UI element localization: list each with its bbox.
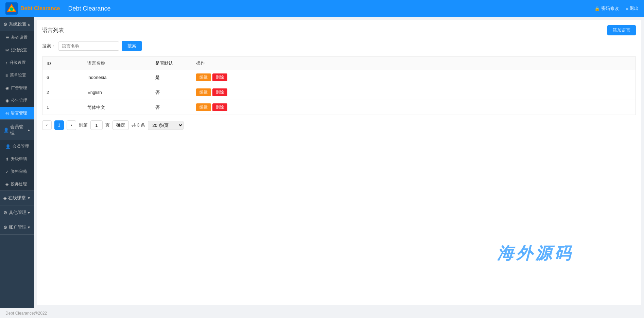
logout-label: 退出: [630, 5, 639, 12]
cell-name: English: [83, 85, 151, 100]
sidebar-item-upgrade-settings[interactable]: ↑ 升级设置: [0, 56, 34, 69]
sidebar-item-ad-management[interactable]: ◉ 广告管理: [0, 82, 34, 94]
search-bar: 搜索： 搜索: [42, 41, 636, 51]
cell-name: 简体中文: [83, 100, 151, 115]
page-title-text: 语言列表: [42, 27, 64, 34]
sidebar-item-language-management[interactable]: ◎ 语言管理: [0, 107, 34, 119]
sidebar-item-basic-settings[interactable]: ☰ 基础设置: [0, 31, 34, 44]
edit-button[interactable]: 编辑: [196, 103, 211, 111]
svg-point-3: [10, 7, 13, 11]
cell-default: 否: [151, 85, 192, 100]
col-name: 语言名称: [83, 57, 151, 70]
search-input[interactable]: [58, 41, 119, 51]
chevron-down-icon-account: ▼: [27, 225, 31, 229]
sidebar-group-account-label: ⚙ 账户管理: [3, 224, 27, 230]
sidebar-group-other: ⚙ 其他管理 ▼: [0, 205, 34, 220]
sidebar-group-system-label: ⚙ 系统设置: [3, 21, 27, 27]
logo: Debt Clearance: [5, 2, 60, 15]
logout-link[interactable]: ≡ 退出: [626, 5, 639, 12]
classroom-icon: ◈: [3, 196, 7, 201]
header-title: Debt Clearance: [68, 5, 595, 12]
total-label: 共 3 条: [132, 122, 145, 128]
header-right: 🔒 密码修改 ≡ 退出: [594, 5, 639, 12]
prev-page-button[interactable]: ‹: [42, 120, 52, 130]
page-label: 页: [105, 122, 110, 128]
sidebar-item-announcement-management[interactable]: ◉ 公告管理: [0, 94, 34, 107]
review-icon: ✓: [5, 169, 9, 174]
header: Debt Clearance Debt Clearance 🔒 密码修改 ≡ 退…: [0, 0, 644, 17]
logo-text: Debt Clearance: [20, 5, 60, 12]
logout-icon: ≡: [626, 6, 628, 11]
cell-default: 是: [151, 70, 192, 85]
cell-id: 2: [42, 85, 83, 100]
cell-name: Indonesia: [83, 70, 151, 85]
member-list-icon: 👤: [5, 144, 11, 149]
search-label: 搜索：: [42, 43, 55, 49]
cell-action: 编辑删除: [192, 70, 636, 85]
sms-icon: ✉: [5, 48, 9, 53]
cell-action: 编辑删除: [192, 100, 636, 115]
delete-button[interactable]: 删除: [212, 103, 227, 111]
cell-id: 1: [42, 100, 83, 115]
per-page-select[interactable]: 20 条/页 50 条/页 100 条/页: [148, 121, 184, 130]
upgrade-icon: ↑: [5, 61, 7, 65]
cell-id: 6: [42, 70, 83, 85]
chevron-down-icon-classroom: ▼: [27, 196, 31, 200]
lock-icon: 🔒: [594, 6, 600, 11]
search-button[interactable]: 搜索: [122, 41, 142, 51]
delete-button[interactable]: 删除: [212, 73, 227, 81]
sidebar-group-member: 👤 会员管理 ▲ 👤 会员管理 ⬆ 升级申请 ✓ 资料审核 ◈ 投诉处理: [0, 120, 34, 191]
sidebar-group-system-header[interactable]: ⚙ 系统设置 ▲: [0, 17, 34, 31]
cell-default: 否: [151, 100, 192, 115]
sidebar-group-classroom-header[interactable]: ◈ 在线课堂 ▼: [0, 191, 34, 205]
language-icon: ◎: [5, 111, 9, 116]
account-icon: ⚙: [3, 225, 7, 230]
sidebar-group-other-label: ⚙ 其他管理: [3, 210, 27, 216]
edit-button[interactable]: 编辑: [196, 88, 211, 96]
sidebar-group-account-header[interactable]: ⚙ 账户管理 ▼: [0, 220, 34, 234]
main-content: 语言列表 添加语言 搜索： 搜索 ID 语言名称 是否默认 操作: [34, 17, 644, 308]
page-header: 语言列表 添加语言: [42, 25, 636, 35]
sidebar-group-member-label: 👤 会员管理: [3, 124, 27, 136]
page-goto-input[interactable]: [90, 120, 103, 130]
table-row: 2English否编辑删除: [42, 85, 636, 100]
cell-action: 编辑删除: [192, 85, 636, 100]
sidebar-item-member-list[interactable]: 👤 会员管理: [0, 140, 34, 153]
sidebar: ⚙ 系统设置 ▲ ☰ 基础设置 ✉ 短信设置 ↑ 升级设置 ≡ 菜单设置: [0, 17, 34, 308]
sidebar-group-member-header[interactable]: 👤 会员管理 ▲: [0, 120, 34, 140]
content-area: 语言列表 添加语言 搜索： 搜索 ID 语言名称 是否默认 操作: [37, 20, 641, 305]
sidebar-group-classroom: ◈ 在线课堂 ▼: [0, 191, 34, 205]
sidebar-item-sms-settings[interactable]: ✉ 短信设置: [0, 44, 34, 56]
edit-button[interactable]: 编辑: [196, 73, 211, 81]
sidebar-group-system: ⚙ 系统设置 ▲ ☰ 基础设置 ✉ 短信设置 ↑ 升级设置 ≡ 菜单设置: [0, 17, 34, 120]
page-confirm-button[interactable]: 确定: [112, 120, 129, 130]
footer: Debt Clearance@2022: [0, 308, 644, 318]
announcement-icon: ◉: [5, 98, 9, 103]
member-icon: 👤: [3, 128, 9, 133]
sidebar-item-menu-settings[interactable]: ≡ 菜单设置: [0, 69, 34, 82]
sidebar-item-complaint[interactable]: ◈ 投诉处理: [0, 178, 34, 190]
sidebar-group-other-header[interactable]: ⚙ 其他管理 ▼: [0, 205, 34, 220]
ad-icon: ◉: [5, 86, 9, 90]
watermark: 海外源码: [497, 242, 573, 264]
col-default: 是否默认: [151, 57, 192, 70]
settings-icon: ⚙: [3, 22, 7, 27]
sidebar-item-data-review[interactable]: ✓ 资料审核: [0, 165, 34, 178]
table-row: 1简体中文否编辑删除: [42, 100, 636, 115]
next-page-button[interactable]: ›: [67, 120, 76, 130]
current-page-button[interactable]: 1: [54, 120, 64, 130]
menu-icon: ≡: [5, 73, 8, 78]
col-id: ID: [42, 57, 83, 70]
logo-icon: [5, 2, 18, 15]
other-icon: ⚙: [3, 210, 7, 215]
footer-text: Debt Clearance@2022: [5, 311, 47, 316]
chevron-up-icon: ▲: [27, 22, 31, 26]
delete-button[interactable]: 删除: [212, 88, 227, 96]
password-change-link[interactable]: 🔒 密码修改: [594, 5, 619, 12]
pagination: ‹ 1 › 到第 页 确定 共 3 条 20 条/页 50 条/页 100 条/…: [42, 115, 636, 133]
sidebar-item-upgrade-apply[interactable]: ⬆ 升级申请: [0, 153, 34, 165]
sidebar-group-classroom-label: ◈ 在线课堂: [3, 195, 26, 201]
table-body: 6Indonesia是编辑删除2English否编辑删除1简体中文否编辑删除: [42, 70, 636, 115]
add-language-button[interactable]: 添加语言: [607, 25, 636, 35]
complaint-icon: ◈: [5, 182, 8, 187]
